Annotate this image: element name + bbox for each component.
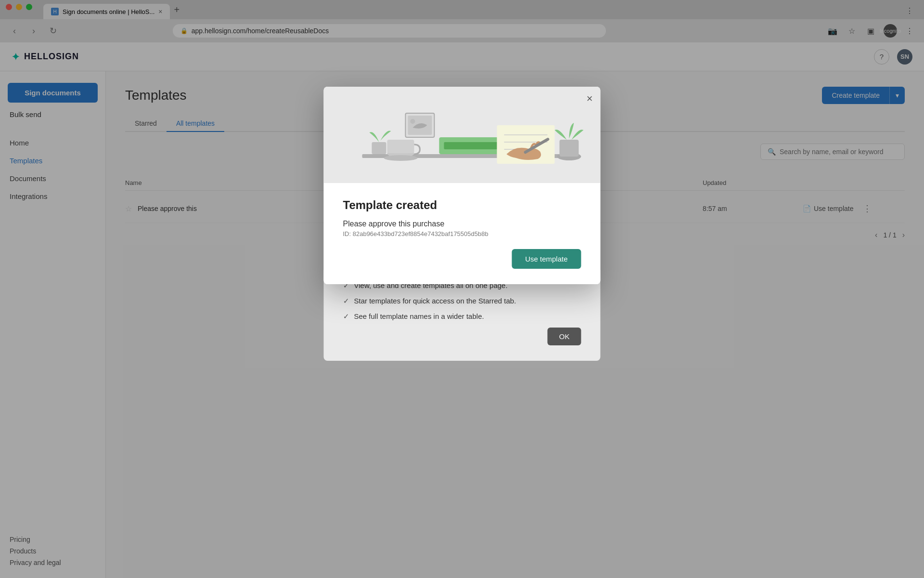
check-icon-2: ✓ bbox=[343, 297, 349, 305]
modal-body: Template created Please approve this pur… bbox=[324, 183, 601, 284]
check-icon-3: ✓ bbox=[343, 312, 349, 321]
feature-item-3: ✓ See full template names in a wider tab… bbox=[343, 312, 581, 321]
svg-point-17 bbox=[411, 119, 415, 124]
svg-point-4 bbox=[384, 155, 418, 161]
svg-rect-3 bbox=[387, 140, 414, 153]
feature-item-2: ✓ Star templates for quick access on the… bbox=[343, 297, 581, 305]
svg-rect-0 bbox=[324, 87, 601, 183]
ok-btn-row: OK bbox=[343, 328, 581, 345]
modal-container: × bbox=[324, 87, 601, 284]
use-template-modal-button[interactable]: Use template bbox=[512, 249, 581, 269]
svg-rect-13 bbox=[560, 140, 579, 157]
modal-template-name: Please approve this purchase bbox=[343, 220, 581, 228]
modal-template-id: ID: 82ab96e433bd723ef8854e7432baf175505d… bbox=[343, 230, 581, 237]
modal-close-button[interactable]: × bbox=[587, 92, 593, 105]
svg-rect-14 bbox=[372, 142, 386, 154]
ok-button[interactable]: OK bbox=[548, 328, 581, 345]
modal-title: Template created bbox=[343, 198, 581, 212]
modal-illustration bbox=[324, 87, 601, 183]
